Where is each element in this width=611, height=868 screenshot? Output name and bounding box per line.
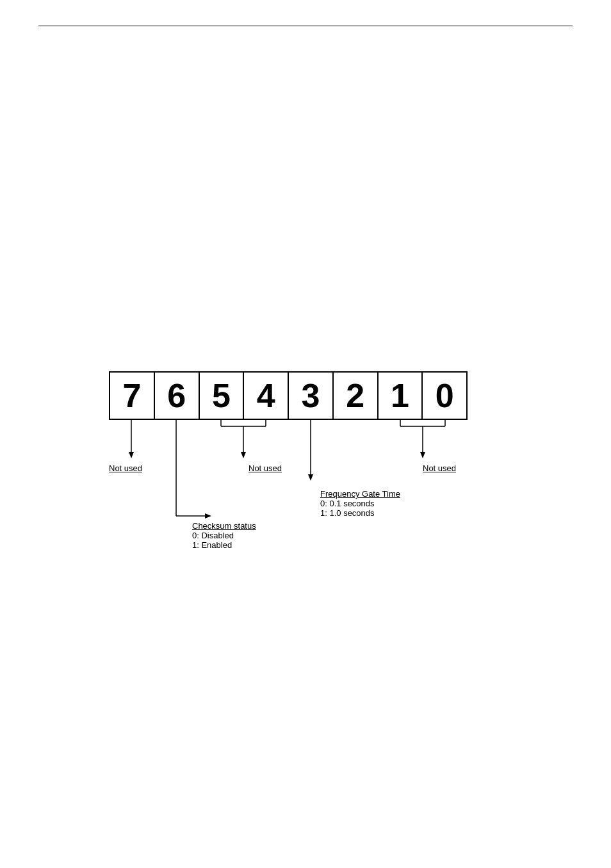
svg-marker-4: [205, 513, 211, 518]
labels-area: Not used Not used Not used Frequency Gat…: [109, 420, 480, 599]
bit-2: 2: [334, 373, 379, 419]
bit-7: 7: [110, 373, 155, 419]
svg-marker-16: [420, 452, 425, 458]
top-divider: [38, 26, 573, 26]
bit-6: 6: [155, 373, 200, 419]
bit-table: 7 6 5 4 3 2 1 0: [109, 371, 468, 420]
diagram-svg: [109, 420, 480, 599]
bit-3: 3: [289, 373, 334, 419]
freq-gate-1: 1: 1.0 seconds: [320, 508, 400, 518]
bit-4: 4: [244, 373, 289, 419]
diagram-area: 7 6 5 4 3 2 1 0: [102, 371, 538, 599]
svg-marker-1: [129, 452, 134, 458]
checksum-title: Checksum status: [192, 521, 256, 531]
page-container: 7 6 5 4 3 2 1 0: [0, 0, 611, 868]
freq-gate-0: 0: 0.1 seconds: [320, 499, 400, 508]
bit-5: 5: [200, 373, 245, 419]
bit-1: 1: [379, 373, 423, 419]
checksum-label: Checksum status 0: Disabled 1: Enabled: [192, 521, 256, 550]
freq-gate-label: Frequency Gate Time 0: 0.1 seconds 1: 1.…: [320, 489, 400, 518]
not-used-label-1: Not used: [109, 463, 142, 473]
checksum-1: 1: Enabled: [192, 540, 256, 550]
not-used-label-3: Not used: [423, 463, 456, 473]
svg-marker-11: [308, 474, 313, 481]
freq-gate-title: Frequency Gate Time: [320, 489, 400, 499]
not-used-label-2: Not used: [248, 463, 282, 473]
bit-0: 0: [423, 373, 466, 419]
checksum-0: 0: Disabled: [192, 531, 256, 540]
svg-marker-9: [241, 452, 246, 458]
